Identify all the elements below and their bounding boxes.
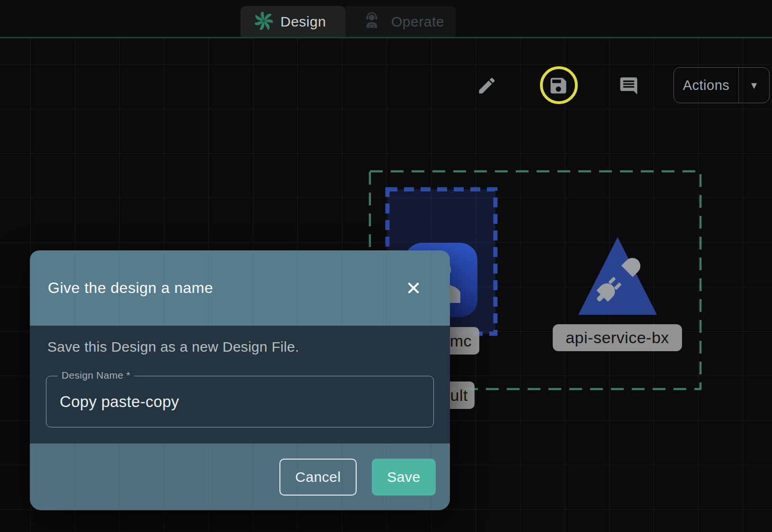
design-name-field: Design Name *: [46, 376, 434, 427]
save-button[interactable]: [548, 75, 569, 98]
api-service-label: api-service-bx: [553, 324, 682, 351]
meshery-logo-icon: [255, 12, 273, 32]
dialog-header: Give the design a name ✕: [30, 250, 450, 326]
dialog-body: Save this Design as a new Design File. D…: [30, 326, 450, 443]
triangle-shape: [578, 237, 657, 315]
required-marker: *: [126, 370, 130, 381]
design-name-field-label: Design Name *: [58, 370, 134, 381]
api-service-node[interactable]: [577, 236, 658, 318]
save-floppy-icon: [548, 90, 569, 98]
actions-button[interactable]: Actions ▾: [673, 67, 770, 103]
edit-button[interactable]: [476, 75, 497, 98]
save-confirm-button[interactable]: Save: [372, 459, 436, 496]
dialog-title: Give the design a name: [48, 279, 213, 297]
actions-dropdown-toggle[interactable]: ▾: [739, 68, 769, 103]
actions-button-label: Actions: [674, 68, 739, 103]
operator-headset-icon: [362, 11, 382, 33]
comment-button[interactable]: [619, 76, 639, 98]
tab-design-label: Design: [280, 14, 326, 30]
dialog-close-button[interactable]: ✕: [403, 278, 424, 299]
tab-operate-label: Operate: [391, 14, 444, 30]
close-icon: ✕: [405, 278, 422, 299]
design-name-input[interactable]: [46, 376, 433, 427]
top-navigation-bar: Design Operate: [0, 0, 772, 38]
chevron-down-icon: ▾: [751, 79, 757, 92]
pencil-icon: [476, 90, 497, 98]
dialog-footer: Cancel Save: [30, 443, 450, 510]
mode-tabs: Design Operate: [241, 6, 456, 37]
tab-design[interactable]: Design: [241, 6, 346, 37]
dialog-description: Save this Design as a new Design File.: [47, 339, 299, 355]
tab-operate[interactable]: Operate: [346, 6, 456, 37]
comment-icon: [619, 90, 639, 98]
cancel-button[interactable]: Cancel: [279, 459, 357, 496]
save-design-dialog: Give the design a name ✕ Save this Desig…: [30, 250, 450, 510]
